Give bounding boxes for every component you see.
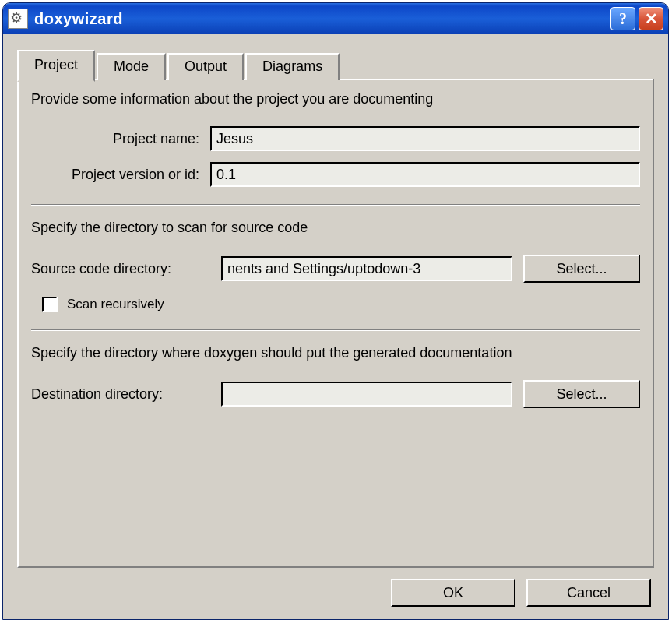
tab-output[interactable]: Output: [167, 53, 244, 80]
section2-description: Specify the directory to scan for source…: [31, 220, 640, 236]
input-project-name[interactable]: [210, 126, 640, 151]
input-dest-dir[interactable]: [221, 382, 512, 407]
section3-description: Specify the directory where doxygen shou…: [31, 345, 640, 361]
section1-description: Provide some information about the proje…: [31, 91, 640, 107]
tab-mode[interactable]: Mode: [97, 53, 166, 80]
label-scan-recursive: Scan recursively: [67, 297, 164, 312]
label-source-dir: Source code directory:: [31, 261, 210, 277]
app-icon: [8, 9, 28, 29]
row-source-dir: Source code directory: Select...: [31, 255, 640, 283]
button-select-dest[interactable]: Select...: [523, 380, 640, 408]
gear-icon: [12, 12, 24, 25]
tab-project[interactable]: Project: [17, 50, 95, 82]
window: doxywizard ? ✕ Project Mode Output Diagr…: [2, 2, 669, 620]
row-scan-recursive: Scan recursively: [42, 297, 640, 312]
label-project-version: Project version or id:: [31, 167, 210, 183]
row-dest-dir: Destination directory: Select...: [31, 380, 640, 408]
checkbox-scan-recursive[interactable]: [42, 297, 58, 312]
tabstrip: Project Mode Output Diagrams: [17, 50, 654, 80]
divider-2: [31, 329, 640, 331]
titlebar: doxywizard ? ✕: [3, 3, 668, 34]
panel-project: Provide some information about the proje…: [17, 79, 654, 568]
ok-button[interactable]: OK: [391, 579, 515, 607]
input-project-version[interactable]: [210, 162, 640, 187]
divider-1: [31, 204, 640, 206]
client-area: Project Mode Output Diagrams Provide som…: [3, 34, 668, 619]
help-button[interactable]: ?: [610, 7, 635, 30]
titlebar-buttons: ? ✕: [610, 7, 663, 30]
row-project-version: Project version or id:: [31, 162, 640, 187]
button-bar: OK Cancel: [17, 579, 654, 607]
window-title: doxywizard: [34, 10, 610, 28]
close-button[interactable]: ✕: [639, 7, 663, 30]
tab-diagrams[interactable]: Diagrams: [245, 53, 340, 80]
row-project-name: Project name:: [31, 126, 640, 151]
cancel-button[interactable]: Cancel: [526, 579, 651, 607]
button-select-source[interactable]: Select...: [523, 255, 640, 283]
label-dest-dir: Destination directory:: [31, 386, 210, 403]
label-project-name: Project name:: [31, 131, 210, 147]
input-source-dir[interactable]: [221, 256, 512, 281]
close-icon: ✕: [645, 9, 658, 28]
